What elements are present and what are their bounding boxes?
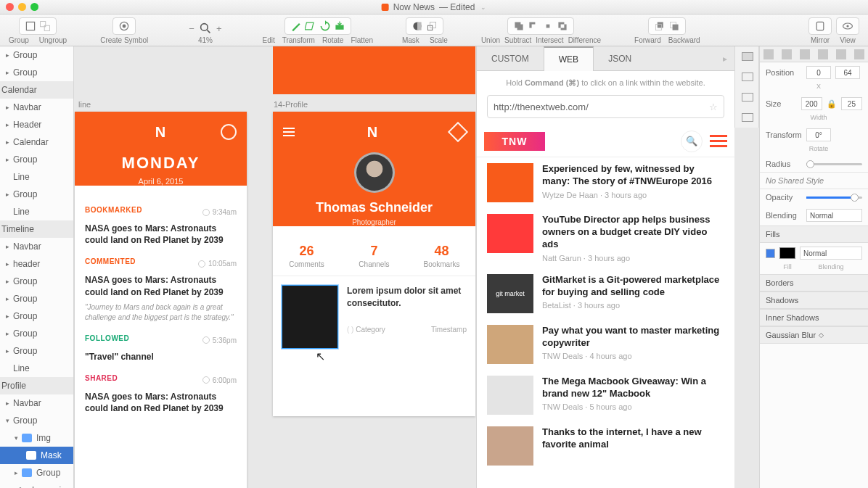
layer-folder-img[interactable]: ▾Img (0, 429, 73, 447)
gaussian-blur-section[interactable]: Gaussian Blur ◇ (760, 326, 868, 344)
artboard-timeline[interactable]: N MONDAY April 6, 2015 BOOKMARKED9:34amN… (75, 112, 247, 488)
group-button[interactable] (24, 20, 37, 33)
layer-item[interactable]: ▸Group (0, 307, 73, 325)
mirror-button[interactable] (814, 20, 827, 33)
backward-button[interactable] (668, 20, 681, 33)
layer-item[interactable]: ▸Navbar (0, 238, 73, 255)
layer-item[interactable]: ▸Group (0, 290, 73, 307)
layer-item[interactable]: ▸Group (0, 342, 73, 360)
inspector-mode-icon[interactable] (735, 107, 760, 128)
forward-button[interactable] (653, 20, 666, 33)
minimize-window-button[interactable] (18, 3, 26, 11)
feed-card[interactable]: Lorem ipsum dolor sit amet consecitutor.… (273, 276, 475, 357)
artboard-2-label[interactable]: 14-Profile (274, 100, 308, 109)
tab-custom[interactable]: CUSTOM (477, 46, 544, 70)
layer-item[interactable]: ▸Group (0, 186, 73, 203)
layer-section[interactable]: Calendar (0, 81, 73, 99)
feed-item[interactable]: git marketGitMarket is a Git-powered mar… (477, 268, 734, 319)
borders-section[interactable]: Borders (760, 274, 868, 291)
mask-button[interactable] (411, 20, 424, 33)
height-field[interactable]: 25 (841, 97, 862, 110)
align-center-icon[interactable] (782, 49, 792, 59)
bookmark-star-icon[interactable]: ☆ (709, 102, 718, 112)
edit-button[interactable] (290, 20, 303, 33)
layer-item[interactable]: ▸Group (0, 325, 73, 342)
layer-item[interactable]: Line (0, 360, 73, 377)
feed-item[interactable]: Experienced by few, witnessed by many: T… (477, 157, 734, 208)
feed-item[interactable]: The Mega Macbook Giveaway: Win a brand n… (477, 370, 734, 421)
union-button[interactable] (512, 20, 525, 33)
site-menu-icon[interactable] (710, 135, 727, 147)
layer-item[interactable]: ▸Group (0, 464, 73, 481)
inspector-mode-icon[interactable] (735, 67, 760, 87)
layer-item[interactable]: Line (0, 203, 73, 220)
zoom-out-button[interactable]: − (189, 23, 195, 34)
align-right-icon[interactable] (800, 49, 810, 59)
shared-style-dropdown[interactable]: No Shared Style (766, 176, 824, 185)
close-window-button[interactable] (6, 3, 14, 11)
create-symbol-button[interactable] (118, 20, 131, 33)
position-x-field[interactable]: 0 (806, 66, 831, 79)
layer-item[interactable]: ▸Navbar (0, 99, 73, 116)
inner-shadows-section[interactable]: Inner Shadows (760, 309, 868, 326)
difference-button[interactable] (556, 20, 569, 33)
align-bottom-icon[interactable] (854, 49, 864, 59)
layer-section[interactable]: Profile (0, 377, 73, 394)
fill-blend-dropdown[interactable]: Normal (800, 247, 862, 260)
artboard-profile[interactable]: N Thomas Schneider Photographer 26Commen… (273, 112, 475, 416)
layer-item[interactable]: ▸Calendar (0, 133, 73, 151)
layer-text-item[interactable]: AaLorem ip... (0, 481, 73, 488)
layer-item[interactable]: ▸header (0, 255, 73, 273)
artboard-1-label[interactable]: line (78, 100, 91, 109)
tab-more-icon[interactable]: ▸ (716, 46, 734, 70)
align-left-icon[interactable] (763, 49, 774, 59)
zoom-in-button[interactable]: + (216, 23, 222, 34)
layer-item[interactable]: ▸Group (0, 64, 73, 81)
layer-section[interactable]: Timeline (0, 220, 73, 238)
tab-web[interactable]: WEB (544, 46, 594, 71)
layers-panel[interactable]: ▸Group ▸Group Calendar ▸Navbar ▸Header ▸… (0, 46, 74, 488)
fills-section[interactable]: Fills (760, 226, 868, 243)
layer-item[interactable]: ▸Header (0, 116, 73, 133)
layer-item[interactable]: ▸Group (0, 273, 73, 290)
url-input[interactable]: http://thenextweb.com/☆ (487, 95, 724, 118)
zoom-percent[interactable]: 41% (198, 36, 213, 44)
layer-mask-selected[interactable]: Mask (0, 447, 73, 464)
shadows-section[interactable]: Shadows (760, 291, 868, 309)
layer-item[interactable]: ▸Group (0, 151, 73, 168)
tab-json[interactable]: JSON (594, 46, 646, 70)
rotate-button[interactable] (319, 20, 332, 33)
feed-item[interactable]: YouTube Director app helps business owne… (477, 208, 734, 268)
lock-icon[interactable]: 🔒 (827, 99, 837, 109)
scale-button[interactable] (425, 20, 438, 33)
rotate-field[interactable]: 0° (806, 128, 831, 141)
layer-item[interactable]: ▾Group (0, 412, 73, 429)
view-button[interactable] (841, 20, 854, 33)
inspector-mode-icon[interactable] (735, 46, 760, 67)
width-field[interactable]: 200 (801, 97, 822, 110)
flatten-button[interactable] (333, 20, 346, 33)
align-middle-icon[interactable] (836, 49, 846, 59)
position-y-field[interactable]: 64 (835, 66, 860, 79)
card-image-selected[interactable] (282, 285, 338, 349)
layer-item[interactable]: ▸Group (0, 46, 73, 64)
tnw-logo[interactable]: TNW (484, 132, 545, 151)
feed-item[interactable]: Thanks to the internet, I have a new fav… (477, 421, 734, 471)
inspector-mode-icon[interactable] (735, 87, 760, 107)
fill-color-swatch[interactable] (779, 247, 795, 259)
radius-slider[interactable] (806, 163, 862, 165)
layer-item[interactable]: Line (0, 168, 73, 186)
align-top-icon[interactable] (818, 49, 828, 59)
zoom-window-button[interactable] (30, 3, 38, 11)
intersect-button[interactable] (541, 20, 554, 33)
zoom-icon[interactable] (199, 22, 212, 35)
layer-item[interactable]: ▸Navbar (0, 394, 73, 412)
feed-item[interactable]: Pay what you want to master marketing co… (477, 319, 734, 370)
title-dropdown-icon[interactable]: ⌄ (480, 4, 486, 11)
news-feed[interactable]: Experienced by few, witnessed by many: T… (477, 157, 734, 488)
ungroup-button[interactable] (38, 20, 52, 33)
transform-button[interactable] (304, 20, 317, 33)
fill-enabled-checkbox[interactable] (766, 249, 775, 258)
blending-dropdown[interactable]: Normal (806, 209, 862, 222)
site-search-icon[interactable]: 🔍 (681, 131, 703, 152)
